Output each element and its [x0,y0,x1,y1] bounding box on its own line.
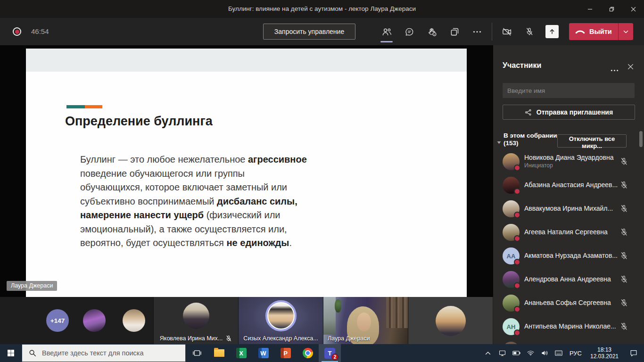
leave-options-button[interactable] [618,23,633,40]
task-view-icon [193,349,201,357]
restore-button[interactable] [601,0,622,18]
panel-more-options-button[interactable] [611,65,619,67]
task-view-button[interactable] [186,344,208,362]
video-person-face [357,313,371,331]
battery-icon [512,351,520,355]
participants-panel: Участники Отправка приглашения В этом со… [493,45,644,344]
clock[interactable]: 18:13 12.03.2021 [586,346,623,360]
participant-row[interactable]: Аввакумова Ирина Михайл... [493,197,644,221]
video-background-bookshelf [386,297,408,328]
teams-button[interactable]: T 2 [319,344,341,362]
tray-volume-button[interactable] [537,344,552,362]
participant-avatar [183,303,209,329]
leave-label: Выйти [589,28,612,35]
start-button[interactable] [0,344,22,362]
taskbar-search[interactable] [22,344,186,362]
participant-list: Новикова Диана ЭдуардовнаИнициаторАбазин… [493,150,644,344]
mute-all-button[interactable]: Отключить все микр... [557,134,627,148]
raise-hand-button[interactable] [421,20,443,43]
participant-row[interactable]: Новикова Диана ЭдуардовнаИнициатор [493,150,644,173]
share-screen-button[interactable] [545,25,559,38]
request-control-button[interactable]: Запросить управление [263,24,355,40]
chrome-button[interactable] [297,344,319,362]
camera-toggle-button[interactable] [495,20,518,43]
more-actions-button[interactable] [466,20,488,43]
participant-row[interactable]: Алендрова Анна Андреевна [493,268,644,291]
screen: Буллинг: влияние на детей с аутизмом - л… [0,0,644,362]
panel-close-button[interactable] [627,63,634,69]
video-tile-name: Яковлева Ирина Мих... [160,335,223,342]
chat-button[interactable] [398,20,421,43]
close-button[interactable] [622,0,644,18]
raise-hand-icon [427,27,437,36]
participant-avatar [503,153,520,170]
file-explorer-button[interactable] [208,344,230,362]
tray-wifi-button[interactable] [523,344,537,362]
search-icon [29,349,36,357]
presence-busy-dot [514,165,520,171]
invite-button-label: Отправка приглашения [537,108,613,116]
slide-body-line: эмоциональный), а также осуществляется и… [80,222,354,237]
toolbar-divider [492,23,492,41]
action-center-button[interactable] [623,344,644,362]
participant-row[interactable] [493,338,644,344]
mic-off-icon [620,299,628,307]
tray-expand-button[interactable] [481,344,495,362]
taskbar: X W P T 2 РУС 18:13 12.03.2021 [0,344,644,362]
presentation-slide: Определение буллинга Буллинг — это любое… [26,72,467,297]
video-tile-sizykh[interactable]: Сизых Александр Алекса... [238,297,323,344]
overflow-count-badge[interactable]: +147 [46,309,69,332]
participant-row[interactable]: АНАнтипьева Марина Николае... [493,315,644,338]
tray-battery-button[interactable] [509,344,523,362]
mic-off-icon [620,252,628,260]
excel-button[interactable]: X [230,344,252,362]
presence-busy-dot [514,282,520,289]
presenter-name-label: Лаура Джераси [7,281,57,291]
excel-icon: X [236,348,247,358]
tray-keyboard-button[interactable] [552,344,566,362]
panel-title: Участники [503,61,541,70]
participant-row[interactable]: Ананьева Софья Сергеевна [493,291,644,315]
invite-button[interactable]: Отправка приглашения [503,105,635,120]
participant-avatar [503,295,520,312]
video-tile-laura[interactable]: Лаура Джераси [323,297,408,344]
language-indicator[interactable]: РУС [566,350,586,357]
minimize-button[interactable] [579,0,601,18]
participant-name: Абазина Анастасия Андреев... [524,181,618,189]
participant-row[interactable]: Абазина Анастасия Андреев... [493,173,644,197]
word-button[interactable]: W [252,344,274,362]
folder-icon [214,349,224,357]
presence-busy-dot [514,306,520,313]
participant-avatar: АН [503,318,520,335]
teams-notification-badge: 2 [331,354,339,361]
mic-toggle-button[interactable] [518,20,541,43]
meeting-toolbar: 46:54 Запросить управление Выйти [0,18,644,45]
clock-date: 12.03.2021 [586,353,623,360]
recording-indicator-icon [13,27,21,36]
breakout-rooms-button[interactable] [443,20,466,43]
close-icon [627,64,634,70]
video-tile-yakovleva[interactable]: Яковлева Ирина Мих... [153,297,238,344]
close-icon [631,7,636,12]
participant-search-input[interactable] [503,83,635,98]
mic-off-icon [620,157,628,165]
slide-body-line: намерение нанести ущерб (физический или [80,208,354,222]
video-tile-avatar-only[interactable] [408,297,493,344]
participant-name: Аввакумова Ирина Михайл... [524,205,613,212]
scrollbar-thumb[interactable] [639,131,643,147]
participant-avatar: АА [503,247,520,264]
participants-button[interactable] [375,20,398,43]
collapse-chevron-icon[interactable] [497,138,501,141]
video-tile-name: Лаура Джераси [328,335,370,342]
participant-name: Новикова Диана Эдуардовна [524,154,613,161]
participant-row[interactable]: АААкматова Нурзада Азаматов... [493,244,644,268]
mic-off-icon [620,275,628,283]
leave-button[interactable]: Выйти [569,23,618,40]
powerpoint-button[interactable]: P [274,344,297,362]
participant-row[interactable]: Агеева Наталия Сергеевна [493,221,644,244]
taskbar-search-input[interactable] [41,345,182,362]
tray-display-button[interactable] [495,344,509,362]
camera-off-icon [502,27,512,36]
hangup-icon [575,29,585,34]
slide-body-line: субъективно воспринимаемый дисбаланс сил… [80,195,354,209]
